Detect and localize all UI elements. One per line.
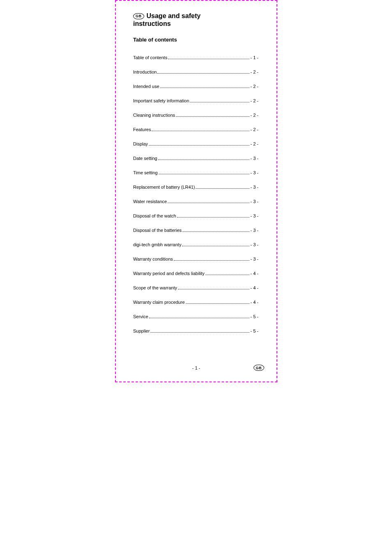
title-text-1: Usage and safety — [147, 12, 201, 20]
toc-leader — [149, 143, 249, 146]
toc-leader — [205, 272, 250, 275]
toc-label: Water resistance — [133, 199, 167, 204]
toc-page: - 3 - — [250, 228, 258, 233]
toc-page: - 3 - — [250, 156, 258, 161]
toc-row: Time setting- 3 - — [133, 170, 258, 175]
toc-page: - 3 - — [250, 213, 258, 218]
toc-leader — [168, 56, 249, 59]
toc-label: Cleaning instructions — [133, 113, 175, 118]
toc-row: Warranty claim procedure- 4 - — [133, 300, 258, 305]
toc-leader — [160, 85, 250, 88]
toc-leader — [182, 229, 249, 232]
toc-row: Date setting- 3 - — [133, 156, 258, 161]
toc-page: - 2 - — [250, 113, 258, 118]
toc-leader — [176, 114, 249, 117]
toc-leader — [186, 301, 250, 304]
toc-label: Disposal of the batteries — [133, 228, 182, 233]
toc-label: Scope of the warranty — [133, 285, 177, 290]
toc-row: Warranty conditions- 3 - — [133, 257, 258, 261]
toc-label: Service — [133, 314, 148, 319]
toc-label: Warranty conditions — [133, 257, 173, 261]
toc-leader — [190, 99, 249, 102]
document-page: GB Usage and safety instructions Table o… — [115, 0, 277, 382]
toc-row: Intended use- 2 - — [133, 84, 258, 89]
toc-row: Water resistance- 3 - — [133, 199, 258, 204]
toc-leader — [150, 330, 249, 333]
toc-page: - 5 - — [250, 328, 258, 333]
toc-label: Display — [133, 141, 148, 146]
toc-label: Time setting — [133, 170, 158, 175]
toc-page: - 2 - — [250, 69, 258, 74]
toc-row: Important safety information- 2 - — [133, 98, 258, 103]
toc-page: - 3 - — [250, 199, 258, 204]
toc-label: Important safety information — [133, 98, 189, 103]
toc-page: - 1 - — [250, 55, 258, 60]
toc-row: Supplier- 5 - — [133, 328, 258, 333]
toc-page: - 4 - — [250, 285, 258, 290]
toc-label: Warranty period and defects liability — [133, 271, 205, 276]
toc-page: - 3 - — [250, 242, 258, 247]
toc-row: Scope of the warranty- 4 - — [133, 285, 258, 290]
page-footer: - 1 - GB — [116, 365, 277, 371]
toc-row: Features- 2 - — [133, 127, 258, 132]
toc-label: Features — [133, 127, 151, 132]
toc-page: - 3 - — [250, 257, 258, 261]
toc-label: Date setting — [133, 156, 157, 161]
toc-page: - 2 - — [250, 98, 258, 103]
toc-row: Cleaning instructions- 2 - — [133, 113, 258, 118]
table-of-contents: Table of contents- 1 -Introduction- 2 -I… — [133, 55, 258, 333]
toc-leader — [168, 200, 249, 203]
toc-page: - 2 - — [250, 141, 258, 146]
toc-page: - 3 - — [250, 185, 258, 190]
toc-leader — [182, 243, 249, 246]
toc-page: - 5 - — [250, 314, 258, 319]
toc-leader — [196, 186, 249, 189]
table-of-contents-heading: Table of contents — [133, 37, 264, 43]
toc-leader — [152, 128, 249, 131]
toc-leader — [174, 258, 250, 261]
toc-row: Display- 2 - — [133, 141, 258, 146]
page-number: - 1 - — [116, 365, 277, 370]
toc-row: Introduction- 2 - — [133, 69, 258, 74]
toc-leader — [158, 157, 250, 160]
title-line-1: GB Usage and safety — [133, 12, 264, 20]
toc-label: Disposal of the watch — [133, 213, 176, 218]
toc-label: Replacement of battery (LR41) — [133, 185, 195, 190]
toc-label: Table of contents — [133, 55, 167, 60]
toc-label: Warranty claim procedure — [133, 300, 185, 305]
toc-row: digi-tech gmbh warranty- 3 - — [133, 242, 258, 247]
toc-leader — [178, 287, 249, 289]
toc-leader — [149, 315, 250, 318]
toc-label: Introduction — [133, 69, 157, 74]
toc-label: Intended use — [133, 84, 159, 89]
toc-page: - 3 - — [250, 170, 258, 175]
toc-page: - 4 - — [250, 300, 258, 305]
toc-leader — [157, 71, 249, 74]
toc-leader — [159, 171, 250, 174]
toc-label: Supplier — [133, 328, 150, 333]
toc-row: Table of contents- 1 - — [133, 55, 258, 60]
toc-page: - 2 - — [250, 84, 258, 89]
country-badge-icon: GB — [133, 13, 144, 19]
toc-label: digi-tech gmbh warranty — [133, 242, 181, 247]
toc-row: Disposal of the batteries- 3 - — [133, 228, 258, 233]
toc-row: Service- 5 - — [133, 314, 258, 319]
toc-page: - 2 - — [250, 127, 258, 132]
toc-row: Disposal of the watch- 3 - — [133, 213, 258, 218]
toc-row: Warranty period and defects liability- 4… — [133, 271, 258, 276]
toc-row: Replacement of battery (LR41)- 3 - — [133, 185, 258, 190]
toc-page: - 4 - — [250, 271, 258, 276]
toc-leader — [177, 215, 250, 217]
title-text-2: instructions — [133, 20, 264, 28]
